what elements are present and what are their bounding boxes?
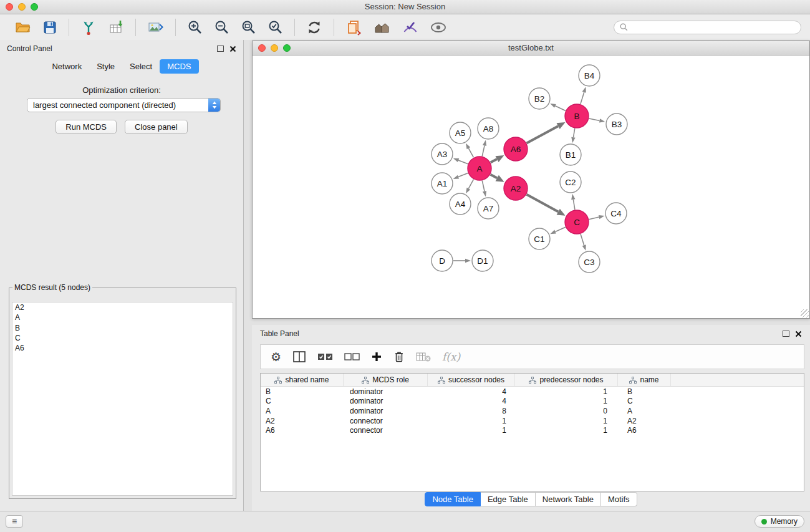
- tab-node-table[interactable]: Node Table: [425, 492, 481, 506]
- graph-node-A8[interactable]: A8: [478, 118, 499, 139]
- zoom-fit-button[interactable]: [239, 18, 258, 36]
- graph-node-A1[interactable]: A1: [432, 173, 453, 194]
- table-row[interactable]: Bdominator41B: [261, 387, 804, 397]
- zoom-out-button[interactable]: [213, 18, 231, 36]
- close-panel-button[interactable]: Close panel: [125, 120, 188, 134]
- network-minimize-button[interactable]: [271, 44, 278, 52]
- network-zoom-button[interactable]: [283, 44, 291, 52]
- table-row[interactable]: A6connector11A6: [261, 425, 804, 435]
- save-session-button[interactable]: [41, 19, 59, 36]
- float-table-panel-icon[interactable]: [783, 331, 789, 337]
- float-panel-icon[interactable]: [217, 46, 224, 52]
- graph-node-C1[interactable]: C1: [529, 228, 550, 249]
- graph-node-D[interactable]: D: [432, 250, 453, 271]
- delete-table-button[interactable]: [416, 351, 431, 362]
- home-network-button[interactable]: [372, 19, 392, 36]
- result-item[interactable]: A2: [12, 302, 233, 312]
- run-mcds-button[interactable]: Run MCDS: [55, 120, 117, 134]
- zoom-window-button[interactable]: [31, 3, 38, 11]
- tab-motifs[interactable]: Motifs: [601, 492, 637, 506]
- close-panel-icon[interactable]: [229, 46, 236, 52]
- toolbar-separator: [294, 19, 295, 36]
- deselect-all-icon: [344, 352, 360, 362]
- list-icon: ≡: [12, 516, 17, 526]
- tab-edge-table[interactable]: Edge Table: [481, 492, 536, 506]
- graph-node-A3[interactable]: A3: [432, 143, 453, 165]
- tab-style[interactable]: Style: [89, 59, 122, 74]
- network-canvas[interactable]: B4B2BB3A5A8A6B1A3AC2A1A2A4A7CC4C1C3DD1: [253, 56, 809, 318]
- refresh-layout-button[interactable]: [305, 18, 324, 37]
- close-table-panel-icon[interactable]: [795, 331, 802, 337]
- result-item[interactable]: B: [12, 323, 233, 333]
- close-window-button[interactable]: [6, 3, 13, 11]
- graph-node-A6[interactable]: A6: [504, 137, 528, 161]
- network-close-button[interactable]: [258, 44, 266, 52]
- export-image-button[interactable]: [146, 18, 165, 36]
- network-graph[interactable]: B4B2BB3A5A8A6B1A3AC2A1A2A4A7CC4C1C3DD1: [253, 56, 809, 318]
- column-header-successor-nodes[interactable]: successor nodes: [428, 374, 515, 386]
- graph-node-C2[interactable]: C2: [560, 172, 581, 193]
- tab-select[interactable]: Select: [122, 59, 160, 74]
- tab-network-table[interactable]: Network Table: [536, 492, 601, 506]
- result-item[interactable]: C: [12, 333, 233, 343]
- table-row[interactable]: Cdominator41C: [261, 397, 804, 407]
- minimize-window-button[interactable]: [18, 3, 26, 11]
- search-field[interactable]: [614, 21, 801, 34]
- graph-node-B4[interactable]: B4: [579, 65, 600, 86]
- svg-text:A2: A2: [511, 184, 521, 193]
- svg-text:B3: B3: [612, 120, 622, 129]
- delete-row-button[interactable]: [393, 351, 405, 363]
- table-row[interactable]: Adominator80A: [261, 406, 804, 416]
- column-header-MCDS-role[interactable]: MCDS role: [344, 374, 428, 386]
- graph-node-A2[interactable]: A2: [504, 177, 528, 200]
- function-builder-icon: f(x): [442, 351, 460, 363]
- criterion-dropdown[interactable]: largest connected component (directed): [27, 98, 221, 112]
- svg-text:B: B: [574, 112, 579, 121]
- graph-node-C3[interactable]: C3: [579, 251, 600, 273]
- table-row[interactable]: A2connector11A2: [261, 416, 804, 426]
- optimization-criterion-label: Optimization criterion:: [0, 85, 243, 95]
- select-all-button[interactable]: [317, 352, 333, 362]
- graph-node-C[interactable]: C: [565, 210, 589, 234]
- zoom-selected-button[interactable]: [266, 18, 284, 36]
- panel-splitter[interactable]: [244, 40, 252, 511]
- tab-mcds[interactable]: MCDS: [160, 59, 198, 74]
- column-header-predecessor-nodes[interactable]: predecessor nodes: [515, 374, 618, 386]
- function-builder-button[interactable]: f(x): [442, 351, 460, 363]
- deselect-all-button[interactable]: [344, 352, 360, 362]
- add-row-button[interactable]: [371, 351, 382, 362]
- home-network-icon: [374, 20, 391, 35]
- graph-node-B2[interactable]: B2: [529, 88, 550, 109]
- mcds-result-list[interactable]: A2ABCA6: [12, 302, 233, 496]
- graph-node-A[interactable]: A: [468, 157, 491, 180]
- column-settings-button[interactable]: [292, 351, 306, 363]
- zoom-in-button[interactable]: [186, 18, 204, 36]
- graph-node-B1[interactable]: B1: [560, 144, 581, 165]
- cell-MCDS-role: dominator: [344, 407, 428, 415]
- graph-node-D1[interactable]: D1: [472, 250, 493, 271]
- task-history-button[interactable]: ≡: [6, 515, 23, 528]
- import-network-button[interactable]: [79, 18, 98, 37]
- validate-style-button[interactable]: [401, 18, 420, 37]
- column-header-name[interactable]: name: [618, 374, 671, 386]
- result-item[interactable]: A: [12, 312, 233, 322]
- memory-button[interactable]: Memory: [755, 515, 804, 528]
- result-item[interactable]: A6: [12, 343, 233, 353]
- svg-text:C2: C2: [565, 178, 576, 187]
- table-settings-button[interactable]: ⚙: [271, 351, 281, 363]
- dropdown-stepper-icon: [208, 99, 220, 112]
- search-input[interactable]: [632, 22, 795, 32]
- graph-node-A7[interactable]: A7: [478, 198, 499, 219]
- graph-node-B3[interactable]: B3: [606, 114, 627, 135]
- open-session-button[interactable]: [13, 18, 32, 36]
- graph-node-A5[interactable]: A5: [450, 122, 471, 143]
- tab-network[interactable]: Network: [44, 59, 89, 74]
- show-graphics-button[interactable]: [428, 19, 448, 36]
- column-header-shared-name[interactable]: shared name: [261, 374, 344, 386]
- graph-node-C4[interactable]: C4: [605, 203, 627, 224]
- graph-node-A4[interactable]: A4: [450, 193, 471, 215]
- graph-node-B[interactable]: B: [565, 104, 589, 128]
- import-table-button[interactable]: [107, 18, 125, 37]
- session-file-button[interactable]: [344, 18, 364, 37]
- resize-grip[interactable]: [801, 309, 809, 317]
